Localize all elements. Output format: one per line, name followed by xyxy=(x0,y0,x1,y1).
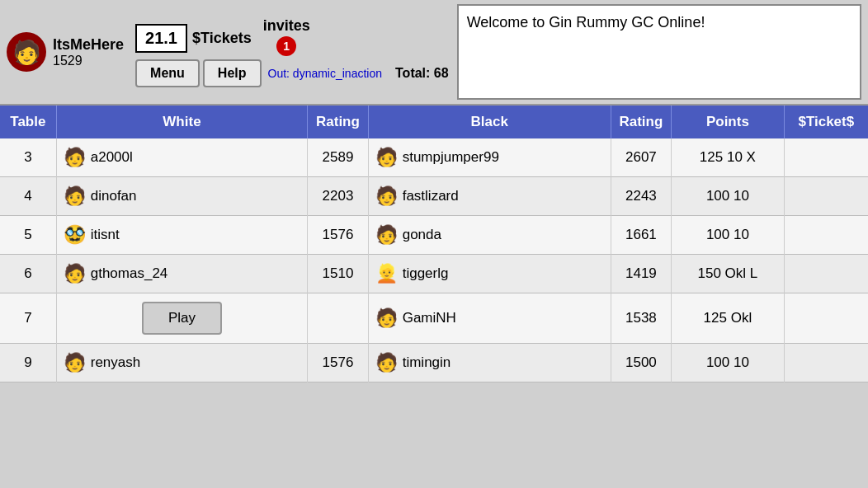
white-player-info: 🥸itisnt xyxy=(64,224,300,246)
black-player-info: 🧑GamiNH xyxy=(375,307,604,329)
white-player-info: 🧑dinofan xyxy=(64,185,300,207)
black-rating: 2607 xyxy=(611,138,671,177)
white-player-icon: 🧑 xyxy=(64,263,86,284)
black-rating: 1538 xyxy=(611,293,671,344)
white-rating: 2203 xyxy=(308,177,368,216)
white-player-icon: 🥸 xyxy=(64,224,86,246)
invites-badge[interactable]: 1 xyxy=(276,36,296,56)
tickets-area: 21.1 $Tickets xyxy=(135,24,252,53)
white-rating: 2589 xyxy=(308,138,368,177)
white-rating: 1576 xyxy=(308,216,368,255)
black-player-icon: 🧑 xyxy=(375,307,398,329)
tickets-label: $Tickets xyxy=(192,30,252,47)
black-player-icon: 🧑 xyxy=(375,147,398,168)
white-rating: 1510 xyxy=(308,255,368,293)
game-table: Table White Rating Black Rating Points $… xyxy=(0,106,868,382)
white-player-icon: 🧑 xyxy=(64,147,86,168)
tickets xyxy=(784,293,868,344)
tickets xyxy=(784,344,868,382)
tickets xyxy=(784,255,868,293)
white-player-cell: 🧑a2000l xyxy=(56,138,307,177)
col-header-points: Points xyxy=(672,106,784,138)
table-number: 5 xyxy=(0,216,56,255)
avatar: 🧑 xyxy=(7,32,46,72)
black-rating: 1419 xyxy=(611,255,671,293)
white-player-cell: 🧑gthomas_24 xyxy=(56,255,307,293)
invites-label: invites xyxy=(263,17,310,35)
col-header-tickets: $Ticket$ xyxy=(784,106,868,138)
white-rating xyxy=(308,293,368,344)
white-player-name: dinofan xyxy=(91,188,137,204)
play-button[interactable]: Play xyxy=(142,302,222,335)
table-header-row: Table White Rating Black Rating Points $… xyxy=(0,106,868,138)
tickets xyxy=(784,216,868,255)
white-player-info: 🧑gthomas_24 xyxy=(64,263,300,284)
points: 100 10 xyxy=(672,177,784,216)
black-player-info: 🧑timingin xyxy=(375,352,604,373)
black-player-info: 🧑stumpjumper99 xyxy=(375,147,604,168)
points: 100 10 xyxy=(672,344,784,382)
tickets xyxy=(784,177,868,216)
black-player-name: timingin xyxy=(403,354,451,371)
total-text: Total: 68 xyxy=(395,66,449,81)
table-number: 9 xyxy=(0,344,56,382)
black-player-cell: 🧑stumpjumper99 xyxy=(368,138,611,177)
white-player-info: 🧑a2000l xyxy=(64,147,300,168)
table-number: 6 xyxy=(0,255,56,293)
status-text: Out: dynamic_inaction xyxy=(268,67,383,80)
white-player-name: gthomas_24 xyxy=(91,265,168,282)
username: ItsMeHere xyxy=(53,36,124,54)
menu-button[interactable]: Menu xyxy=(135,59,200,87)
white-player-cell: 🥸itisnt xyxy=(56,216,307,255)
black-player-icon: 🧑 xyxy=(375,224,398,246)
table-row: 9🧑renyash1576🧑timingin1500100 10 xyxy=(0,344,868,382)
white-player-icon: 🧑 xyxy=(64,185,86,207)
tickets-value: 21.1 xyxy=(135,24,187,53)
black-player-cell: 🧑GamiNH xyxy=(368,293,611,344)
points: 125 10 X xyxy=(672,138,784,177)
header: 🧑 ItsMeHere 1529 21.1 $Tickets invites 1… xyxy=(0,0,868,106)
black-rating: 2243 xyxy=(611,177,671,216)
black-player-name: stumpjumper99 xyxy=(403,149,499,166)
black-player-cell: 🧑fastlizard xyxy=(368,177,611,216)
welcome-text: Welcome to Gin Rummy GC Online! xyxy=(467,14,705,30)
black-player-icon: 🧑 xyxy=(375,352,398,373)
user-info: 🧑 ItsMeHere 1529 xyxy=(7,32,124,72)
white-player-cell: 🧑dinofan xyxy=(56,177,307,216)
col-header-rating1: Rating xyxy=(308,106,368,138)
black-player-name: fastlizard xyxy=(403,188,459,204)
table-row: 4🧑dinofan2203🧑fastlizard2243100 10 xyxy=(0,177,868,216)
invites-area: invites 1 xyxy=(263,17,310,56)
black-player-info: 👱tiggerlg xyxy=(375,263,604,284)
black-player-info: 🧑gonda xyxy=(375,224,604,246)
table-row: 5🥸itisnt1576🧑gonda1661100 10 xyxy=(0,216,868,255)
table-number: 4 xyxy=(0,177,56,216)
white-player-cell: 🧑renyash xyxy=(56,344,307,382)
white-player-name: renyash xyxy=(91,354,140,371)
black-player-name: tiggerlg xyxy=(403,265,449,282)
header-controls: 21.1 $Tickets invites 1 Menu Help Out: d… xyxy=(135,17,449,87)
help-button[interactable]: Help xyxy=(203,59,262,87)
black-player-cell: 👱tiggerlg xyxy=(368,255,611,293)
table-number: 7 xyxy=(0,293,56,344)
black-player-info: 🧑fastlizard xyxy=(375,185,604,207)
tickets xyxy=(784,138,868,177)
white-player-name: a2000l xyxy=(91,149,133,166)
table-row: 7Play🧑GamiNH1538125 Okl xyxy=(0,293,868,344)
white-player-icon: 🧑 xyxy=(64,352,86,373)
black-player-cell: 🧑timingin xyxy=(368,344,611,382)
black-player-name: GamiNH xyxy=(403,310,456,326)
col-header-black: Black xyxy=(368,106,611,138)
welcome-box: Welcome to Gin Rummy GC Online! xyxy=(457,4,861,100)
user-rating: 1529 xyxy=(53,54,124,68)
table-row: 3🧑a2000l2589🧑stumpjumper992607125 10 X xyxy=(0,138,868,177)
white-player-info: 🧑renyash xyxy=(64,352,300,373)
black-player-icon: 👱 xyxy=(375,263,398,284)
black-player-icon: 🧑 xyxy=(375,185,398,207)
col-header-table: Table xyxy=(0,106,56,138)
black-player-name: gonda xyxy=(403,227,441,243)
table-row: 6🧑gthomas_241510👱tiggerlg1419150 Okl L xyxy=(0,255,868,293)
white-player-name: itisnt xyxy=(91,227,120,243)
table-number: 3 xyxy=(0,138,56,177)
white-player-cell: Play xyxy=(56,293,307,344)
